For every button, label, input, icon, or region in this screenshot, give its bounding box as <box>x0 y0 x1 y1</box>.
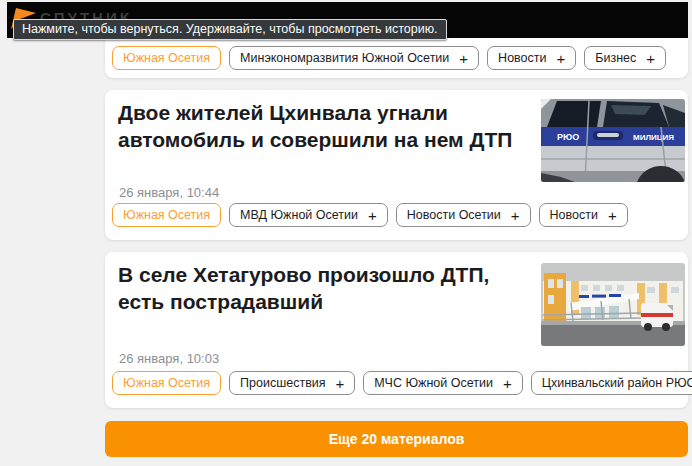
plus-icon[interactable]: + <box>368 208 377 223</box>
tag-label: Новости Осетии <box>407 208 501 222</box>
plus-icon[interactable]: + <box>336 376 345 391</box>
photo-text-militsiya: МИЛИЦИЯ <box>633 133 674 142</box>
hospital-photo[interactable] <box>541 263 685 346</box>
tag-label: Новости <box>498 51 546 65</box>
tag-row: Южная Осетия МВД Южной Осетии + Новости … <box>112 203 628 227</box>
plus-icon[interactable]: + <box>511 208 520 223</box>
tag-row: Южная Осетия Минэкономразвития Южной Осе… <box>112 46 688 70</box>
tag-label: Новости <box>550 208 598 222</box>
page: СПУТНИК Нажмите, чтобы вернуться. Удержи… <box>0 0 692 466</box>
tag-chip[interactable]: Происшествия + <box>229 371 355 395</box>
tag-row: Южная Осетия Происшествия + МЧС Южной Ос… <box>112 371 692 395</box>
tag-label: Южная Осетия <box>123 376 210 390</box>
tag-chip[interactable]: Новости Осетии + <box>396 203 531 227</box>
photo-text-ryuo: РЮО <box>557 132 579 142</box>
plus-icon[interactable]: + <box>608 208 617 223</box>
tag-chip[interactable]: Минэкономразвития Южной Осетии + <box>229 46 479 70</box>
plus-icon[interactable]: + <box>459 51 468 66</box>
tag-chip[interactable]: Новости + <box>539 203 628 227</box>
card-top-partial: Южная Осетия Минэкономразвития Южной Осе… <box>105 38 688 78</box>
tag-label: Происшествия <box>240 376 325 390</box>
tag-region[interactable]: Южная Осетия <box>112 203 221 227</box>
article-card: Двое жителей Цхинвала угнали автомобиль … <box>105 90 688 240</box>
article-date: 26 января, 10:44 <box>119 185 219 200</box>
plus-icon[interactable]: + <box>646 51 655 66</box>
tag-region[interactable]: Южная Осетия <box>112 46 221 70</box>
plus-icon[interactable]: + <box>503 376 512 391</box>
tag-chip[interactable]: Цхинвальский район РЮО + <box>531 371 692 395</box>
article-date: 26 января, 10:03 <box>119 351 219 366</box>
tag-chip[interactable]: МЧС Южной Осетии + <box>363 371 522 395</box>
tag-label: МВД Южной Осетии <box>240 208 358 222</box>
tag-chip[interactable]: МВД Южной Осетии + <box>229 203 388 227</box>
back-history-tooltip: Нажмите, чтобы вернуться. Удерживайте, ч… <box>13 19 447 40</box>
tag-chip[interactable]: Бизнес + <box>584 46 666 70</box>
police-car-photo[interactable]: РЮО МИЛИЦИЯ <box>541 99 685 182</box>
tag-label: Бизнес <box>595 51 636 65</box>
tag-chip[interactable]: Новости + <box>487 46 576 70</box>
plus-icon[interactable]: + <box>557 51 566 66</box>
tag-label: Цхинвальский район РЮО <box>542 376 692 390</box>
tag-label: Минэкономразвития Южной Осетии <box>240 51 449 65</box>
tag-region[interactable]: Южная Осетия <box>112 371 221 395</box>
article-title-link[interactable]: В селе Хетагурово произошло ДТП, есть по… <box>118 262 533 316</box>
tag-label: МЧС Южной Осетии <box>374 376 493 390</box>
tooltip-text: Нажмите, чтобы вернуться. Удерживайте, ч… <box>22 22 438 36</box>
article-card: В селе Хетагурово произошло ДТП, есть по… <box>105 252 688 408</box>
load-more-button[interactable]: Еще 20 материалов <box>105 421 688 457</box>
article-title-link[interactable]: Двое жителей Цхинвала угнали автомобиль … <box>118 100 533 154</box>
tag-label: Южная Осетия <box>123 208 210 222</box>
tag-label: Южная Осетия <box>123 51 210 65</box>
